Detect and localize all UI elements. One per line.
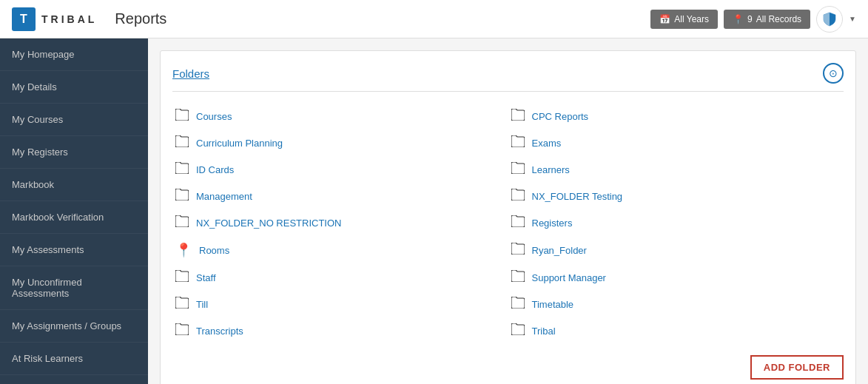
folder-link[interactable]: Curriculum Planning [196,138,283,149]
header-buttons: 📅 All Years 📍 9 All Records ▼ [650,6,856,33]
folder-link[interactable]: Rooms [199,245,229,256]
profile-shield-icon[interactable] [816,6,843,33]
brand-name: TRIBAL [41,13,97,25]
folder-link[interactable]: Ryan_Folder [532,245,587,256]
sidebar-item-my-details[interactable]: My Details [0,71,148,104]
all-records-label: All Records [756,14,801,24]
folder-icon [175,297,189,311]
folder-link[interactable]: Learners [532,164,570,175]
header: T TRIBAL Reports 📅 All Years 📍 9 All Rec… [0,0,868,38]
folder-link[interactable]: Timetable [532,299,574,310]
folder-icon [175,189,189,203]
all-years-label: All Years [674,14,709,24]
folder-link[interactable]: CPC Reports [532,111,589,122]
folder-row-right: NX_FOLDER Testing [508,183,844,209]
add-folder-area: ADD FOLDER [172,355,844,380]
folder-row-right: Ryan_Folder [508,237,844,263]
folder-row-right: Exams [508,130,844,155]
folder-link[interactable]: Staff [196,272,216,283]
folder-icon [175,270,189,285]
all-years-button[interactable]: 📅 All Years [650,10,718,29]
all-records-button[interactable]: 📍 9 All Records [724,10,810,29]
folder-link[interactable]: NX_FOLDER Testing [532,191,623,202]
folder-row-left: Transcripts [172,318,508,343]
scroll-up-button[interactable]: ⊙ [823,63,844,84]
sidebar-item-my-assignments-groups[interactable]: My Assignments / Groups [0,310,148,343]
folder-icon [511,215,525,230]
sidebar-item-my-courses[interactable]: My Courses [0,104,148,136]
folder-row-left: ID Cards [172,157,508,182]
all-records-count: 9 [747,14,753,24]
folder-link[interactable]: Courses [196,111,232,122]
folder-row-left: NX_FOLDER_NO RESTRICTION [172,210,508,235]
sidebar-item-my-unconfirmed-assessments[interactable]: My Unconfirmed Assessments [0,266,148,310]
add-folder-button[interactable]: ADD FOLDER [750,355,844,380]
folder-row-right: Support Manager [508,265,844,290]
folder-row-left: Till [172,292,508,317]
sidebar-item-markbook-verification[interactable]: Markbook Verification [0,201,148,234]
folder-link[interactable]: Support Manager [532,272,606,283]
logo-area: T TRIBAL [12,7,97,31]
folder-row-left: Curriculum Planning [172,130,508,155]
folder-row-right: Registers [508,210,844,235]
sidebar-item-my-assessments[interactable]: My Assessments [0,234,148,266]
folders-header: Folders ⊙ [172,63,844,92]
folders-grid: CoursesCPC ReportsCurriculum PlanningExa… [172,104,844,343]
content-area: Folders ⊙ CoursesCPC ReportsCurriculum P… [148,38,868,384]
chevron-down-icon[interactable]: ▼ [849,15,856,23]
pin-icon: 📍 [175,242,192,258]
folder-link[interactable]: Exams [532,138,562,149]
folder-link[interactable]: NX_FOLDER_NO RESTRICTION [196,218,341,229]
shield-svg [822,12,837,27]
folder-icon [175,135,189,150]
folder-icon [511,297,525,311]
folder-icon [511,323,525,338]
folders-title[interactable]: Folders [172,67,209,80]
folder-icon [175,323,189,338]
folder-row-left: Management [172,183,508,209]
folder-icon [511,109,525,124]
folder-icon [511,243,525,257]
folder-row-left: 📍Rooms [172,237,508,263]
folder-icon [511,270,525,285]
folder-row-left: Courses [172,104,508,129]
page-title: Reports [115,10,650,27]
logo-box: T [12,7,36,31]
main-layout: My Homepage My Details My Courses My Reg… [0,38,868,384]
folder-icon [175,109,189,124]
sidebar-item-markbook[interactable]: Markbook [0,169,148,201]
logo-letter: T [20,13,27,26]
folder-link[interactable]: Tribal [532,326,556,337]
folder-icon [511,189,525,203]
sidebar-item-at-risk-learners[interactable]: At Risk Learners [0,343,148,375]
calendar-icon: 📅 [659,14,670,24]
sidebar-item-my-registers[interactable]: My Registers [0,136,148,169]
folder-icon [175,162,189,177]
folder-link[interactable]: ID Cards [196,164,234,175]
location-icon: 📍 [733,14,744,24]
sidebar-item-my-homepage[interactable]: My Homepage [0,38,148,71]
folder-link[interactable]: Management [196,191,252,202]
folder-row-right: Learners [508,157,844,182]
folder-icon [511,162,525,177]
sidebar: My Homepage My Details My Courses My Reg… [0,38,148,384]
folder-link[interactable]: Registers [532,218,573,229]
folders-panel: Folders ⊙ CoursesCPC ReportsCurriculum P… [160,50,856,384]
folder-row-left: Staff [172,265,508,290]
folder-row-right: CPC Reports [508,104,844,129]
folder-icon [511,135,525,150]
folder-link[interactable]: Transcripts [196,326,243,337]
folder-row-right: Tribal [508,318,844,343]
folder-row-right: Timetable [508,292,844,317]
folder-icon [175,215,189,230]
folder-link[interactable]: Till [196,299,208,310]
